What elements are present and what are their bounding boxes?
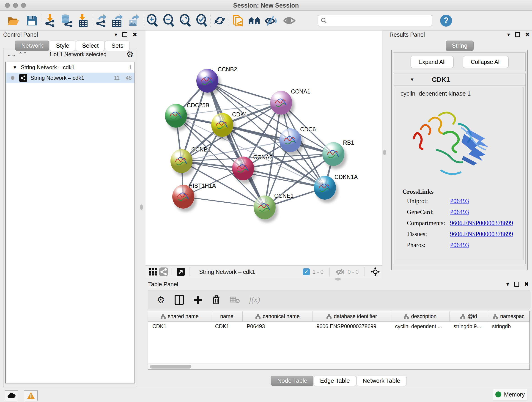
panel-close-icon[interactable]: ✖ <box>133 32 137 38</box>
crosslink-link[interactable]: P06493 <box>450 198 469 205</box>
edge-HIST1H1A-CCNE1[interactable] <box>183 197 265 207</box>
panel-close-icon[interactable]: ✖ <box>524 281 529 287</box>
import-network-button[interactable] <box>43 13 57 28</box>
panel-close-icon[interactable]: ✖ <box>525 32 530 38</box>
table-cell[interactable]: cyclin–dependent ... <box>391 322 450 331</box>
search-box[interactable] <box>318 15 432 26</box>
collapse-all-button[interactable]: Collapse All <box>463 56 509 68</box>
scrollbar-thumb[interactable] <box>150 365 191 369</box>
clone-network-button[interactable] <box>231 13 244 28</box>
column-header-database-identifier[interactable]: database identifier <box>312 311 391 322</box>
column-header-namespac[interactable]: namespac <box>488 311 529 322</box>
network-canvas[interactable]: CCNB2CCNA1CDC25BCDK1CDC6RB1CCNB1CCNA2CDK… <box>146 31 382 265</box>
add-column-button[interactable] <box>193 295 203 304</box>
import-table-button[interactable] <box>76 13 89 28</box>
selected-checkbox[interactable]: ✓ <box>303 268 310 275</box>
tab-network[interactable]: Network <box>15 41 49 51</box>
column-header-shared-name[interactable]: shared name <box>148 311 211 322</box>
network-options-gear-icon[interactable]: ⚙ <box>126 50 133 59</box>
zoom-in-button[interactable] <box>146 13 159 28</box>
tab-edge-table[interactable]: Edge Table <box>314 376 356 386</box>
help-button[interactable]: ? <box>440 15 452 27</box>
tab-network-table[interactable]: Network Table <box>356 376 406 386</box>
node-CCNA2[interactable] <box>232 157 254 180</box>
delete-column-button[interactable] <box>212 295 220 305</box>
expand-all-networks-icon[interactable]: ⌃⌃ <box>18 51 27 58</box>
panel-menu-icon[interactable]: ▾ <box>114 32 117 38</box>
memory-button[interactable]: Memory <box>493 389 527 400</box>
section-collapse-icon[interactable]: ▼ <box>410 77 414 82</box>
node-result-header[interactable]: ▼ CDK1 <box>394 74 525 86</box>
node-CDKN1A[interactable] <box>314 176 336 200</box>
open-session-button[interactable] <box>7 13 20 28</box>
grid-view-button[interactable] <box>148 267 158 277</box>
expand-all-button[interactable]: Expand All <box>411 56 454 68</box>
function-builder-button[interactable]: f(x) <box>249 295 260 304</box>
left-splitter-handle[interactable] <box>140 204 143 210</box>
export-table-button[interactable] <box>111 13 124 28</box>
crosslink-link[interactable]: P06493 <box>450 209 469 216</box>
zoom-out-button[interactable] <box>162 13 175 28</box>
zoom-fit-button[interactable] <box>178 13 192 28</box>
tree-expand-icon[interactable]: ▼ <box>13 65 17 70</box>
tab-string[interactable]: String <box>446 41 474 51</box>
panel-float-icon[interactable] <box>122 32 127 37</box>
edge-CCNB2-CCNE1[interactable] <box>207 81 265 207</box>
network-view-button[interactable] <box>158 267 169 277</box>
refresh-button[interactable] <box>213 13 226 28</box>
panel-float-icon[interactable] <box>515 32 520 37</box>
tab-select[interactable]: Select <box>76 41 105 51</box>
column-header--id[interactable]: @id <box>450 311 488 322</box>
search-input[interactable] <box>327 17 426 24</box>
first-neighbors-button[interactable] <box>248 13 261 28</box>
crosslink-link[interactable]: 9606.ENSP00000378699 <box>450 230 513 238</box>
show-columns-button[interactable] <box>175 295 184 305</box>
export-network-button[interactable] <box>94 13 108 28</box>
table-cell[interactable]: CDK1 <box>148 322 211 331</box>
delete-table-button[interactable] <box>230 296 240 303</box>
tab-sets[interactable]: Sets <box>105 41 129 51</box>
save-session-button[interactable] <box>25 13 38 28</box>
column-header-description[interactable]: description <box>391 311 450 322</box>
table-row[interactable]: CDK1CDK1P064939606.ENSP00000378699cyclin… <box>148 322 530 331</box>
network-collection-row[interactable]: ▼ String Network – cdk1 1 <box>6 62 134 73</box>
import-network-database-button[interactable] <box>60 13 73 28</box>
table-cell[interactable]: stringdb <box>488 322 529 331</box>
column-header-canonical-name[interactable]: canonical name <box>243 311 312 322</box>
crosslink-link[interactable]: 9606.ENSP00000378699 <box>450 220 513 227</box>
warnings-button[interactable] <box>24 390 38 401</box>
node-CDK1[interactable] <box>211 113 233 137</box>
crosshair-icon[interactable] <box>371 267 380 276</box>
table-cell[interactable]: stringdb:9... <box>450 322 488 331</box>
tab-style[interactable]: Style <box>50 41 75 51</box>
show-all-button[interactable] <box>283 13 296 28</box>
column-header-name[interactable]: name <box>211 311 243 322</box>
birdseye-view-button[interactable] <box>176 267 186 277</box>
hide-selected-button[interactable] <box>264 13 278 28</box>
network-row[interactable]: String Network – cdk1 11 48 <box>6 73 134 83</box>
table-options-gear-icon[interactable]: ⚙ <box>157 294 165 305</box>
export-image-button[interactable] <box>127 13 141 28</box>
node-CCNA1[interactable] <box>270 91 292 115</box>
node-CCNB2[interactable] <box>196 69 218 93</box>
edge-CCNB2-CCNA1[interactable] <box>207 81 281 103</box>
panel-float-icon[interactable] <box>514 282 519 287</box>
zoom-selected-button[interactable] <box>195 13 208 28</box>
table-cell[interactable]: 9606.ENSP00000378699 <box>312 322 391 331</box>
collapse-all-networks-icon[interactable]: ⌄⌄ <box>7 51 16 58</box>
node-CDC25B[interactable] <box>165 104 187 128</box>
node-RB1[interactable] <box>322 142 344 166</box>
node-CCNB1[interactable] <box>171 149 192 173</box>
right-splitter-handle[interactable] <box>383 150 386 155</box>
table-cell[interactable]: P06493 <box>243 322 312 331</box>
node-CCNE1[interactable] <box>254 196 276 219</box>
tab-node-table[interactable]: Node Table <box>271 376 313 386</box>
cloud-status-button[interactable] <box>5 390 18 401</box>
panel-menu-icon[interactable]: ▾ <box>506 281 509 287</box>
table-cell[interactable]: CDK1 <box>211 322 243 331</box>
node-table[interactable]: shared namenamecanonical namedatabase id… <box>148 311 530 370</box>
panel-menu-icon[interactable]: ▾ <box>507 32 510 38</box>
node-CDC6[interactable] <box>279 128 301 152</box>
crosslink-link[interactable]: P06493 <box>450 242 469 249</box>
table-hscrollbar[interactable] <box>148 364 530 370</box>
